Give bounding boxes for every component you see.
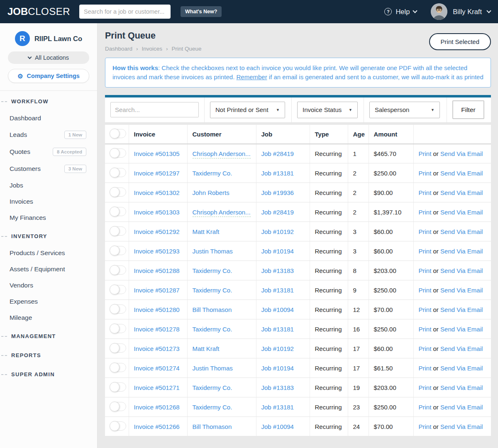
row-select-toggle[interactable] [110,168,126,177]
customer-link[interactable]: Taxidermy Co. [193,287,232,294]
customer-link[interactable]: Matt Kraft [193,345,220,352]
row-select-toggle[interactable] [110,363,126,372]
job-link[interactable]: Job #28419 [261,150,294,157]
sidebar-item-expenses[interactable]: Expenses [0,293,97,309]
customer-link[interactable]: Taxidermy Co. [193,384,232,391]
print-link[interactable]: Print [419,150,432,157]
customer-link[interactable]: Chrisoph Anderson... [193,209,251,217]
print-link[interactable]: Print [419,267,432,274]
send-via-email-link[interactable]: Send Via Email [440,423,483,430]
print-link[interactable]: Print [419,404,432,411]
job-link[interactable]: Job #13181 [261,326,294,333]
row-select-toggle[interactable] [110,149,126,158]
print-link[interactable]: Print [419,326,432,333]
sidebar-item-products-services[interactable]: Products / Services [0,245,97,261]
invoice-link[interactable]: Invoice #501302 [134,189,180,196]
invoice-link[interactable]: Invoice #501293 [134,248,180,255]
invoice-link[interactable]: Invoice #501274 [134,365,180,372]
row-select-toggle[interactable] [110,304,126,314]
breadcrumb-item-dashboard[interactable]: Dashboard [105,46,132,52]
invoice-link[interactable]: Invoice #501280 [134,306,180,313]
sidebar-section-reports[interactable]: REPORTS [0,346,97,364]
invoice-link[interactable]: Invoice #501303 [134,209,180,216]
send-via-email-link[interactable]: Send Via Email [440,228,483,235]
print-link[interactable]: Print [419,365,432,372]
send-via-email-link[interactable]: Send Via Email [440,306,483,313]
row-select-toggle[interactable] [110,187,126,197]
job-link[interactable]: Job #10094 [261,306,294,313]
sidebar-section-workflow[interactable]: WORKFLOW [0,93,97,110]
job-link[interactable]: Job #10192 [261,345,294,352]
row-select-toggle[interactable] [110,421,126,431]
customer-link[interactable]: Bill Thomason [193,423,232,430]
send-via-email-link[interactable]: Send Via Email [440,248,483,255]
help-menu[interactable]: ? Help [384,8,417,16]
row-select-toggle[interactable] [110,246,126,255]
invoice-link[interactable]: Invoice #501268 [134,404,180,411]
customer-link[interactable]: Justin Thomas [193,365,233,372]
print-link[interactable]: Print [419,209,432,216]
app-logo[interactable]: JOBCLOSER [7,6,70,17]
customer-link[interactable]: Taxidermy Co. [193,267,232,274]
row-select-toggle[interactable] [110,265,126,275]
job-link[interactable]: Job #13181 [261,287,294,294]
sidebar-section-inventory[interactable]: INVENTORY [0,227,97,245]
invoice-link[interactable]: Invoice #501271 [134,384,180,391]
job-link[interactable]: Job #10194 [261,365,294,372]
info-remember-link[interactable]: Remember [236,73,267,80]
print-link[interactable]: Print [419,170,432,177]
print-link[interactable]: Print [419,287,432,294]
job-link[interactable]: Job #28419 [261,209,294,216]
send-via-email-link[interactable]: Send Via Email [440,170,483,177]
send-via-email-link[interactable]: Send Via Email [440,326,483,333]
job-link[interactable]: Job #10094 [261,423,294,430]
sidebar-item-dashboard[interactable]: Dashboard [0,110,97,126]
send-via-email-link[interactable]: Send Via Email [440,267,483,274]
print-link[interactable]: Print [419,306,432,313]
send-via-email-link[interactable]: Send Via Email [440,287,483,294]
sidebar-item-invoices[interactable]: Invoices [0,193,97,209]
invoice-link[interactable]: Invoice #501288 [134,267,180,274]
invoice-link[interactable]: Invoice #501297 [134,170,180,177]
whats-new-button[interactable]: What's New? [181,6,222,17]
customer-link[interactable]: John Roberts [193,189,229,196]
row-select-toggle[interactable] [110,207,126,216]
print-link[interactable]: Print [419,423,432,430]
print-link[interactable]: Print [419,248,432,255]
customer-link[interactable]: Taxidermy Co. [193,404,232,411]
customer-link[interactable]: Justin Thomas [193,248,233,255]
filter-button[interactable]: Filter [452,100,484,119]
job-link[interactable]: Job #19936 [261,189,294,196]
invoice-link[interactable]: Invoice #501273 [134,345,180,352]
send-via-email-link[interactable]: Send Via Email [440,209,483,216]
invoice-link[interactable]: Invoice #501287 [134,287,180,294]
job-link[interactable]: Job #10194 [261,248,294,255]
row-select-toggle[interactable] [110,285,126,294]
print-selected-button[interactable]: Print Selected [429,33,491,50]
locations-dropdown[interactable]: All Locations [8,51,89,64]
print-link[interactable]: Print [419,228,432,235]
sidebar-item-jobs[interactable]: Jobs [0,177,97,193]
job-link[interactable]: Job #13183 [261,267,294,274]
sidebar-item-customers[interactable]: Customers3 New [0,160,97,177]
sidebar-item-quotes[interactable]: Quotes8 Accepted [0,143,97,160]
customer-link[interactable]: Chrisoph Anderson... [193,150,251,158]
select-all-toggle[interactable] [110,129,126,138]
user-menu[interactable]: Billy Kraft [431,3,491,20]
job-link[interactable]: Job #10192 [261,228,294,235]
customer-link[interactable]: Taxidermy Co. [193,170,232,177]
row-select-toggle[interactable] [110,324,126,333]
company-settings-button[interactable]: ⚙ Company Settings [8,69,89,83]
invoice-link[interactable]: Invoice #501266 [134,423,180,430]
salesperson-select[interactable]: Salesperson ▼ [369,102,440,118]
send-via-email-link[interactable]: Send Via Email [440,404,483,411]
row-select-toggle[interactable] [110,226,126,236]
sidebar-section-management[interactable]: MANAGEMENT [0,327,97,345]
sidebar-item-my-finances[interactable]: My Finances [0,209,97,226]
sidebar-section-super-admin[interactable]: SUPER ADMIN [0,365,97,383]
send-via-email-link[interactable]: Send Via Email [440,384,483,391]
table-search-input[interactable] [110,102,199,117]
customer-link[interactable]: Matt Kraft [193,228,220,235]
print-link[interactable]: Print [419,384,432,391]
printed-status-select[interactable]: Not Printed or Sent ▼ [210,102,285,118]
